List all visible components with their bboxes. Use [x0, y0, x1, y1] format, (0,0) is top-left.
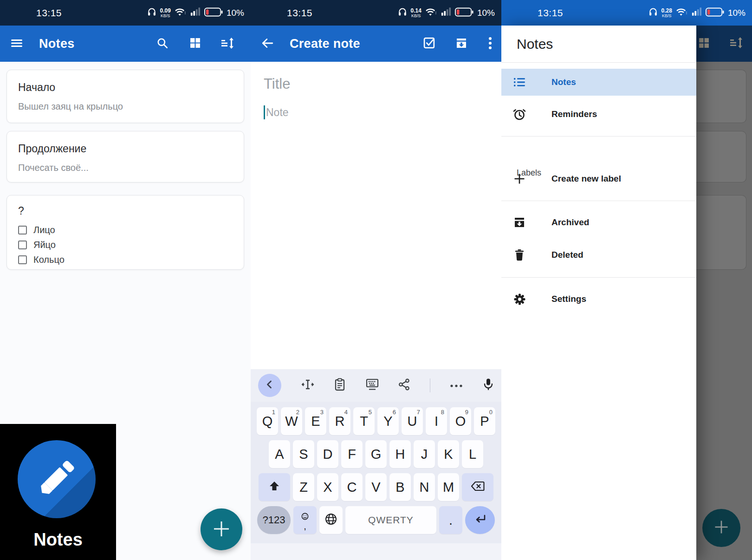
keyboard-hide-icon [365, 384, 379, 392]
note-body-input[interactable]: Note [266, 106, 289, 119]
drawer-item-reminders[interactable]: Reminders [501, 101, 696, 128]
key[interactable]: N [414, 473, 435, 501]
key[interactable]: S [293, 440, 314, 468]
keyboard-switch-button[interactable] [365, 378, 379, 393]
language-key[interactable] [319, 506, 343, 534]
page-title: Create note [290, 37, 360, 51]
overflow-menu-button[interactable] [484, 33, 497, 55]
search-button[interactable] [152, 33, 173, 55]
checkbox-unchecked[interactable] [18, 226, 27, 234]
network-speed: 0.28 KB/S [661, 8, 672, 18]
list-icon [512, 75, 526, 89]
status-bar: 13:15 0.28 KB/S 10% [501, 0, 752, 26]
headphones-icon [398, 7, 407, 19]
key[interactable]: J [414, 440, 435, 468]
spacebar[interactable]: QWERTY [345, 506, 436, 534]
drawer-item-archived[interactable]: Archived [501, 209, 696, 236]
grid-icon [698, 37, 710, 51]
key[interactable]: K [438, 440, 459, 468]
note-title: ? [18, 205, 233, 217]
key[interactable]: 1Q [257, 407, 278, 435]
archive-note-button[interactable] [451, 33, 472, 55]
more-tools-button[interactable] [449, 381, 463, 390]
text-cursor-button[interactable] [301, 378, 315, 392]
key[interactable]: 6Y [377, 407, 399, 435]
clock: 13:15 [36, 7, 62, 19]
enter-key[interactable] [465, 506, 495, 534]
keyboard-row-3: ZXCVBNM [255, 473, 497, 501]
clock: 13:15 [538, 7, 563, 19]
note-title-input[interactable]: Title [264, 76, 501, 92]
note-card[interactable]: Продолжение Почесать своё... [6, 131, 244, 182]
key[interactable]: F [341, 440, 363, 468]
drawer-item-create-label[interactable]: Create new label [501, 165, 696, 192]
key[interactable]: B [389, 473, 411, 501]
key[interactable]: C [341, 473, 363, 501]
key[interactable]: 9O [450, 407, 471, 435]
back-button[interactable] [257, 33, 278, 55]
panel-drawer: 13:15 0.28 KB/S 10% [501, 0, 752, 560]
drawer-item-deleted[interactable]: Deleted [501, 241, 696, 268]
archive-icon [455, 37, 467, 51]
key[interactable]: Z [293, 473, 314, 501]
drawer-item-settings[interactable]: Settings [501, 286, 696, 313]
battery-percent: 10% [227, 8, 244, 18]
share-icon [398, 384, 410, 392]
drawer-item-label: Archived [551, 217, 589, 228]
key[interactable]: 0P [474, 407, 495, 435]
key[interactable]: 5T [353, 407, 375, 435]
add-note-fab[interactable] [201, 508, 242, 550]
notes-app-icon[interactable] [18, 440, 96, 518]
pencil-icon [32, 454, 81, 504]
key[interactable]: V [365, 473, 387, 501]
clipboard-button[interactable] [334, 378, 346, 393]
collapse-toolbar-button[interactable] [258, 374, 281, 397]
back-arrow-icon [261, 37, 274, 51]
drawer-item-label: Settings [551, 294, 586, 304]
note-card-checklist[interactable]: ? Лицо Яйцо Кольцо [6, 195, 244, 270]
key[interactable]: 3E [305, 407, 326, 435]
key[interactable]: A [269, 440, 290, 468]
search-icon [156, 37, 169, 51]
checkbox-unchecked[interactable] [18, 241, 27, 249]
drawer-scrim[interactable] [696, 62, 752, 560]
note-body: Почесать своё... [18, 163, 233, 173]
archive-icon [512, 215, 526, 229]
key[interactable]: L [462, 440, 483, 468]
key[interactable]: D [317, 440, 338, 468]
checkbox-check-icon [423, 37, 435, 51]
plus-icon [512, 172, 526, 186]
status-bar: 13:15 0.14 KB/S 10% [251, 0, 501, 26]
key[interactable]: 8I [426, 407, 447, 435]
key[interactable]: 7U [402, 407, 423, 435]
voice-input-button[interactable] [483, 378, 494, 393]
key[interactable]: 4R [329, 407, 350, 435]
drawer-item-label: Notes [551, 77, 576, 87]
plus-icon [713, 519, 730, 537]
note-title: Начало [18, 81, 233, 94]
dimmed-add-note-fab [702, 509, 740, 547]
emoji-comma-key[interactable]: , [293, 506, 317, 534]
share-button[interactable] [398, 378, 410, 392]
key[interactable]: G [365, 440, 387, 468]
checklist-item: Кольцо [18, 254, 233, 265]
key[interactable]: H [389, 440, 411, 468]
key[interactable]: M [438, 473, 459, 501]
microphone-icon [483, 384, 494, 392]
sort-button[interactable] [217, 33, 238, 55]
layout-grid-button[interactable] [185, 33, 205, 55]
key[interactable]: X [317, 473, 338, 501]
key[interactable]: 2W [281, 407, 302, 435]
note-card[interactable]: Начало Вышел заяц на крыльцо [6, 70, 244, 123]
add-checklist-button[interactable] [419, 33, 439, 55]
menu-button[interactable] [6, 33, 27, 55]
symbols-key[interactable]: ?123 [257, 506, 291, 534]
period-key[interactable]: . [439, 506, 462, 534]
wifi-icon [425, 7, 437, 19]
shift-key[interactable] [259, 473, 290, 501]
drawer-item-notes[interactable]: Notes [501, 69, 696, 96]
battery-icon [706, 7, 724, 19]
battery-percent: 10% [728, 8, 746, 18]
backspace-key[interactable] [462, 473, 493, 501]
checkbox-unchecked[interactable] [18, 255, 27, 264]
